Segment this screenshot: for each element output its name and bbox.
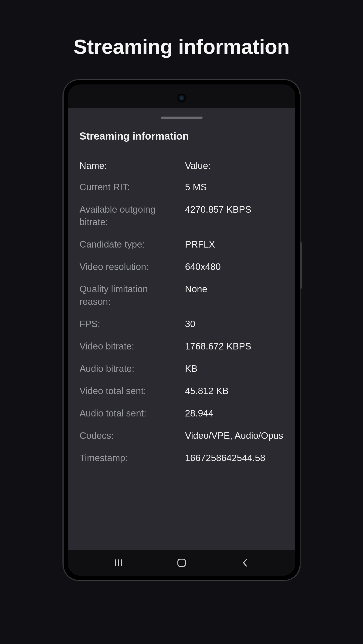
row-label: Current RIT: [80,181,178,193]
row-value: 45.812 KB [185,384,284,397]
row-value: Video/VPE, Audio/Opus [185,429,284,442]
row-value: 1768.672 KBPS [185,340,284,352]
row-value: 5 MS [185,181,284,193]
sheet-title: Streaming information [80,130,284,142]
row-value: 30 [185,318,284,330]
row-value: PRFLX [185,238,284,250]
phone-frame: Streaming information Name: Value: Curre… [63,79,300,581]
home-button[interactable] [172,554,191,572]
row-value: 4270.857 KBPS [185,203,284,216]
row-label: Video bitrate: [80,340,178,352]
row-label: FPS: [80,318,178,330]
row-value: 1667258642544.58 [185,452,284,464]
info-table: Name: Value: Current RIT: 5 MS Available… [80,160,284,464]
home-icon [177,558,186,567]
row-label: Available outgoing bitrate: [80,203,178,228]
back-icon [242,558,248,567]
svg-rect-3 [178,559,185,566]
page-title: Streaming information [73,35,289,58]
row-label: Candidate type: [80,238,178,250]
row-value: KB [185,362,284,375]
row-value: 640x480 [185,260,284,273]
row-label: Video resolution: [80,260,178,273]
row-value: 28.944 [185,407,284,420]
row-label: Video total sent: [80,384,178,397]
recents-icon [114,559,122,566]
android-nav-bar [68,550,295,576]
row-label: Quality limitation reason: [80,283,178,308]
power-button-silhouette [300,242,302,289]
drag-handle[interactable] [68,108,295,130]
row-label: Audio bitrate: [80,362,178,375]
recents-button[interactable] [109,554,128,572]
row-label: Audio total sent: [80,407,178,420]
camera-icon [177,94,186,102]
col-header-name: Name: [80,160,178,171]
col-header-value: Value: [185,160,284,171]
bottom-sheet: Streaming information Name: Value: Curre… [68,108,295,550]
row-value: None [185,283,284,295]
row-label: Codecs: [80,429,178,442]
row-label: Timestamp: [80,452,178,464]
back-button[interactable] [236,554,254,572]
phone-screen: Streaming information Name: Value: Curre… [68,84,295,576]
